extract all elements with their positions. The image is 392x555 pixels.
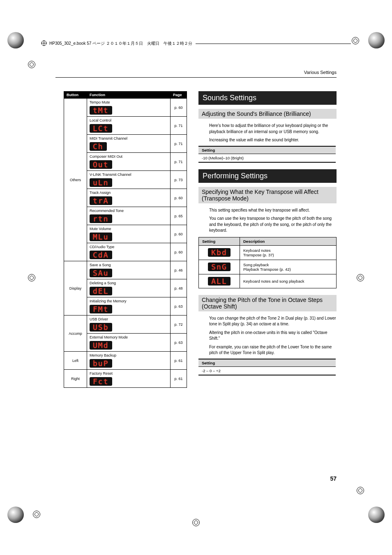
segment-display: tMt: [90, 106, 112, 115]
corner-orb-br: [368, 507, 385, 523]
page-ref: p. 65: [171, 207, 187, 225]
table-row: LeftMemory BackupbuPp. 61: [64, 352, 187, 370]
function-name: Recommended Tone: [90, 209, 168, 213]
segment-display: ALL: [208, 277, 231, 286]
body-text: You can change the pitch of the Tone 2 i…: [209, 315, 337, 327]
function-name: Initializing the Memory: [90, 299, 168, 303]
registration-mark: [192, 519, 200, 526]
segment-display: trA: [90, 196, 112, 205]
function-cell: CD/Audio TypeCdA: [87, 243, 171, 261]
left-column: Button Function Page OthersTempo MutetMt…: [64, 91, 187, 388]
description-cell: Keyboard notesTranspose (p. 37): [240, 245, 337, 260]
running-head-rule: [55, 77, 337, 78]
button-group-label: Display: [64, 261, 87, 315]
segment-display: uLn: [90, 178, 112, 187]
segment-display: Fct: [90, 377, 112, 386]
segment-display: LCt: [90, 124, 112, 133]
page-ref: p. 46: [171, 261, 187, 279]
button-group-label: Right: [64, 370, 87, 388]
body-text: This setting specifies what the key tran…: [209, 207, 337, 214]
registration-mark: [357, 274, 364, 281]
col-header-page: Page: [171, 92, 187, 99]
description-cell: Keyboard notes and song playback: [240, 274, 337, 288]
subheading-transpose-mode: Specifying What the Key Transpose will A…: [198, 187, 337, 203]
page-ref: p. 61: [171, 370, 187, 388]
function-cell: Composer MIDI OutOut: [87, 153, 171, 171]
registration-mark: [352, 37, 359, 44]
target-icon: [41, 40, 47, 47]
col-header-setting: Setting: [199, 237, 240, 245]
section-sounds-settings: Sounds Settings: [198, 91, 337, 105]
page-ref: p. 60: [171, 243, 187, 261]
description-line: Playback Transpose (p. 42): [243, 267, 333, 272]
col-header-button: Button: [64, 92, 87, 99]
segment-display: Kbd: [208, 248, 231, 257]
body-text: Increasing the value will make the sound…: [209, 137, 337, 143]
corner-orb-bl: [7, 507, 24, 523]
function-name: Track Assign: [90, 191, 168, 195]
function-cell: USB DriverUSb: [87, 315, 171, 334]
segment-display: FMt: [90, 305, 112, 313]
col-header-function: Function: [87, 92, 171, 99]
section-performing-settings: Performing Settings: [198, 169, 337, 183]
corner-orb-tr: [368, 32, 385, 48]
setting-cell: SnG: [199, 260, 240, 274]
function-cell: Local ControlLCt: [87, 117, 171, 135]
subheading-octave-shift: Changing the Pitch of the Tone in Octave…: [198, 295, 337, 311]
button-group-label: Accomp: [64, 315, 87, 352]
button-group-label: Left: [64, 352, 87, 370]
function-name: Memory Backup: [90, 353, 168, 357]
setting-header: Setting: [198, 146, 336, 154]
segment-display: SnG: [208, 263, 231, 271]
corner-orb-tl: [7, 32, 24, 48]
segment-display: MLu: [90, 233, 112, 241]
registration-mark: [33, 511, 40, 518]
print-job-header: HP305_302_e.book 57 ページ ２０１０年１月５日 火曜日 午後…: [41, 40, 351, 47]
page-ref: p. 63: [171, 297, 187, 315]
setting-cell: ALL: [199, 274, 240, 288]
octave-shift-setting-table: Setting -2 – 0 – +2: [198, 359, 336, 375]
function-cell: Deleting a SongdEL: [87, 279, 171, 297]
setting-cell: Kbd: [199, 245, 240, 260]
body-text: For example, you can raise the pitch of …: [209, 344, 337, 356]
function-name: Composer MIDI Out: [90, 154, 168, 159]
page-ref: p. 61: [171, 352, 187, 370]
function-name: Deleting a Song: [90, 281, 168, 285]
registration-mark: [28, 61, 35, 68]
table-row: OthersTempo MutetMtp. 60: [64, 99, 187, 117]
page-ref: p. 63: [171, 334, 187, 352]
col-header-description: Description: [240, 237, 337, 245]
table-row: RightFactory ResetFctp. 61: [64, 370, 187, 388]
segment-display: USb: [90, 323, 112, 332]
function-cell: MIDI Transmit ChannelCh: [87, 135, 171, 153]
table-row: DisplaySave a SongSAup. 46: [64, 261, 187, 279]
registration-mark: [28, 274, 35, 281]
function-cell: External Memory ModeUMd: [87, 334, 171, 352]
function-name: Save a Song: [90, 263, 168, 267]
body-text: You can use the key transpose to change …: [209, 216, 337, 234]
description-line: Keyboard notes: [243, 248, 333, 253]
body-text: Altering the pitch in one-octave units i…: [209, 330, 337, 342]
segment-display: UMd: [90, 341, 112, 350]
page-ref: p. 72: [171, 315, 187, 334]
right-column: Sounds Settings Adjusting the Sound's Br…: [198, 91, 337, 388]
page-ref: p. 71: [171, 117, 187, 135]
transpose-mode-table: Setting Description KbdKeyboard notesTra…: [198, 237, 337, 288]
setting-value: -2 – 0 – +2: [198, 366, 336, 375]
table-row: KbdKeyboard notesTranspose (p. 37): [199, 245, 337, 260]
function-cell: Save a SongSAu: [87, 261, 171, 279]
function-name: CD/Audio Type: [90, 245, 168, 249]
running-head: Various Settings: [304, 70, 337, 75]
function-name: Local Control: [90, 118, 168, 122]
function-cell: Recommended Tonertn: [87, 207, 171, 225]
brilliance-setting-table: Setting -10 (Mellow)–10 (Bright): [198, 146, 336, 163]
function-name: External Memory Mode: [90, 335, 168, 339]
page-ref: p. 60: [171, 189, 187, 207]
description-line: Keyboard notes and song playback: [243, 279, 333, 283]
function-table: Button Function Page OthersTempo MutetMt…: [64, 91, 187, 388]
table-row: SnGSong playbackPlayback Transpose (p. 4…: [199, 260, 337, 274]
function-cell: Memory BackupbuP: [87, 352, 171, 370]
registration-mark: [357, 487, 364, 494]
segment-display: rtn: [90, 214, 112, 223]
function-cell: Track AssigntrA: [87, 189, 171, 207]
